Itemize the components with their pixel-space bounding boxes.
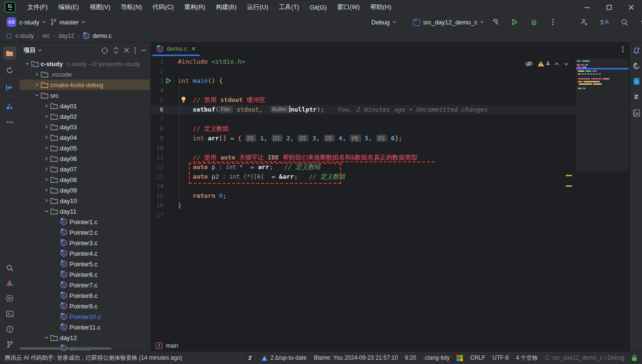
windows-defender-icon[interactable]: [457, 355, 463, 361]
build-button[interactable]: [489, 16, 502, 28]
breadcrumb-item-day12[interactable]: day12: [58, 33, 74, 39]
code-with-me-button[interactable]: [577, 16, 591, 28]
breadcrumb-item-project[interactable]: c-study: [15, 33, 34, 39]
collapse-all-icon[interactable]: [124, 47, 129, 53]
blame-widget[interactable]: Blame: You 2024-09-23 21:57:10: [314, 354, 398, 361]
structure-tool-button[interactable]: [3, 100, 16, 114]
vcs-tool-button[interactable]: [3, 338, 16, 351]
options-icon[interactable]: [134, 47, 136, 54]
terminal-tool-button[interactable]: [3, 307, 16, 320]
tree-item-Pointer1.c[interactable]: CPointer1.c: [20, 216, 150, 227]
menu-视图[interactable]: 视图(V): [85, 1, 115, 13]
tab-close-icon[interactable]: ✕: [191, 46, 196, 52]
tree-item-cmake-build-debug[interactable]: cmake-build-debug: [20, 80, 150, 90]
code-line-7[interactable]: 7: [151, 114, 630, 124]
tree-item-Pointer4.c[interactable]: CPointer4.c: [20, 248, 150, 259]
prev-problem-icon[interactable]: [554, 62, 559, 66]
caret-position-widget[interactable]: 6:20: [405, 354, 416, 361]
tree-item-src[interactable]: src: [20, 90, 150, 101]
tree-item-Pointer5.c[interactable]: CPointer5.c: [20, 259, 150, 269]
services-tool-button[interactable]: [3, 292, 16, 305]
tree-item-day02[interactable]: day02: [20, 111, 150, 122]
translation-dict-button[interactable]: A: [631, 108, 642, 118]
tree-item-Pointer7.c[interactable]: CPointer7.c: [20, 280, 150, 290]
expand-all-icon[interactable]: [113, 47, 119, 54]
tree-item-day03[interactable]: day03: [20, 122, 150, 132]
breadcrumb-item-src[interactable]: src: [42, 33, 50, 39]
minimize-button[interactable]: [576, 0, 598, 14]
warning-count[interactable]: 4: [538, 60, 550, 67]
ai-assistant-button[interactable]: [631, 61, 642, 71]
cmake-tool-button[interactable]: [3, 276, 16, 290]
run-mode-selector[interactable]: Debug: [371, 14, 396, 30]
tree-item-.vscode[interactable]: .vscode: [20, 69, 150, 80]
tree-item-Pointer6.c[interactable]: CPointer6.c: [20, 269, 150, 280]
menu-代码[interactable]: 代码(C): [148, 1, 178, 13]
close-button[interactable]: [620, 0, 642, 14]
line-ending-widget[interactable]: CRLF: [470, 354, 485, 361]
tab-options-icon[interactable]: [622, 46, 624, 53]
ai-plugin-button[interactable]: [631, 91, 642, 102]
search-everywhere-button[interactable]: [618, 16, 631, 28]
next-problem-icon[interactable]: [564, 62, 569, 66]
tree-item-day08[interactable]: day08: [20, 174, 150, 185]
sync-tool-button[interactable]: [3, 64, 16, 77]
breadcrumb-item-file[interactable]: demo.c: [92, 33, 111, 39]
code-editor[interactable]: 1#include <stdio.h>23int main() {45 // 禁…: [151, 56, 630, 341]
tree-item-day12[interactable]: day12: [20, 332, 150, 343]
highlight-off-eye-icon[interactable]: [525, 61, 533, 67]
status-message[interactable]: 腾讯云 AI 代码助手: 登录成功，已获得公测体验资格 (14 minutes …: [5, 354, 182, 362]
code-line-9[interactable]: 9 int arr[] = { [0]: 1, [1]: 2, [2]: 3, …: [151, 134, 630, 143]
menu-工具[interactable]: 工具(T): [275, 1, 304, 13]
menu-帮助[interactable]: 帮助(H): [366, 1, 396, 13]
code-line-16[interactable]: 16}: [151, 201, 630, 210]
project-tool-button[interactable]: [3, 46, 16, 60]
menu-导航[interactable]: 导航(N): [116, 1, 146, 13]
project-panel-title[interactable]: 项目: [23, 46, 36, 55]
git-sync-widget[interactable]: Δ 2 Δ/up-to-date: [261, 354, 306, 361]
menu-文件[interactable]: 文件(F): [23, 1, 52, 13]
find-tool-button[interactable]: [3, 261, 16, 274]
tree-item-day07[interactable]: day07: [20, 164, 150, 174]
tab-demo-c[interactable]: C demo.c ✕: [152, 43, 200, 56]
tree-item-Pointer11.c[interactable]: CPointer11.c: [20, 322, 150, 332]
settings-button[interactable]: [638, 16, 642, 28]
indent-widget[interactable]: 4 个空格: [516, 354, 538, 362]
tree-item-Pointer3.c[interactable]: CPointer3.c: [20, 238, 150, 248]
encoding-widget[interactable]: UTF-8: [493, 354, 509, 361]
warning-stripe-mark[interactable]: [566, 185, 572, 187]
tree-horizontal-scrollbar[interactable]: [20, 347, 112, 350]
menu-窗口[interactable]: 窗口(W): [333, 1, 364, 13]
run-context-widget[interactable]: C: src_day12_demo_c | Debug: [545, 354, 624, 361]
tree-item-Pointer9.c[interactable]: CPointer9.c: [20, 301, 150, 311]
code-line-8[interactable]: 8 // 定义数组: [151, 124, 630, 134]
run-config-selector[interactable]: src_day12_demo_c: [413, 14, 484, 30]
commit-tool-button[interactable]: [3, 81, 16, 94]
tree-item-day06[interactable]: day06: [20, 153, 150, 164]
menu-编辑[interactable]: 编辑(E): [54, 1, 83, 13]
ai-plugin-status-icon[interactable]: [246, 354, 254, 362]
database-button[interactable]: [631, 76, 642, 87]
code-line-6[interactable]: 6 setbuf(File: stdout, Buffer:nullptr);Y…: [151, 105, 630, 114]
select-opened-file-icon[interactable]: [101, 47, 108, 54]
tree-item-day05[interactable]: day05: [20, 143, 150, 153]
tree-item-day04[interactable]: day04: [20, 132, 150, 143]
warning-stripe-mark[interactable]: [566, 175, 572, 176]
tree-item-day11[interactable]: day11: [20, 206, 150, 216]
more-actions-button[interactable]: [546, 16, 560, 28]
translate-button[interactable]: 文A: [597, 16, 611, 28]
more-tool-windows-button[interactable]: [3, 115, 16, 129]
code-line-15[interactable]: 15 return 0;: [151, 191, 630, 201]
menu-构建[interactable]: 构建(B): [211, 1, 241, 13]
tree-item-Pointer10.c[interactable]: CPointer10.c: [20, 311, 150, 322]
clang-tidy-widget[interactable]: .clang-tidy: [424, 354, 450, 361]
tree-item-day09[interactable]: day09: [20, 185, 150, 195]
code-line-5[interactable]: 5 // 禁用 stdout 缓冲区: [151, 95, 630, 105]
menu-Git[interactable]: Git(G): [305, 2, 331, 12]
lock-icon[interactable]: [631, 354, 637, 361]
code-line-11[interactable]: 11 // 使用 auto 关键字让 IDE 帮助我们来推断数组名和&数组名真正…: [151, 153, 630, 162]
tree-item-day01[interactable]: day01: [20, 101, 150, 111]
hide-panel-icon[interactable]: [141, 47, 147, 53]
minimap[interactable]: [576, 58, 629, 171]
debug-button[interactable]: [527, 16, 540, 28]
